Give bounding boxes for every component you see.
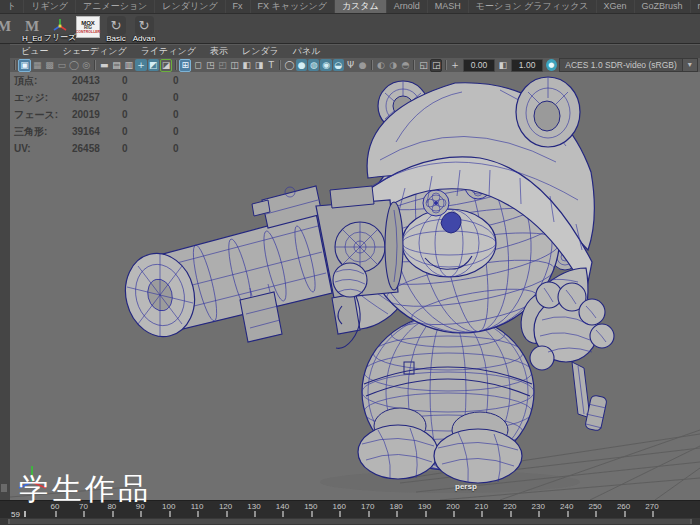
- gate-mask-icon[interactable]: ◎: [81, 59, 92, 71]
- timeline-frame-260[interactable]: 260: [610, 502, 638, 511]
- material-display-icon[interactable]: ◒: [333, 59, 344, 71]
- default-material-icon[interactable]: Ψ: [345, 59, 356, 71]
- textured-display-icon[interactable]: ◍: [308, 59, 319, 71]
- layout-four-panes-icon[interactable]: ⊞: [179, 59, 191, 72]
- gamma-field[interactable]: 1.00: [511, 59, 543, 72]
- tab-animation[interactable]: アニメーション: [76, 0, 155, 13]
- camera-attributes-icon[interactable]: ▬: [99, 59, 110, 71]
- hud-row-uvs-label: UV:: [14, 140, 72, 157]
- resolution-gate-icon[interactable]: ◯: [68, 59, 79, 71]
- current-frame-marker[interactable]: [24, 511, 26, 517]
- film-gate-icon[interactable]: ▭: [56, 59, 67, 71]
- tab-xgen[interactable]: XGen: [597, 0, 635, 13]
- tab-motion-graphics[interactable]: モーション グラフィックス: [469, 0, 597, 13]
- timeline-frame-190[interactable]: 190: [411, 502, 439, 511]
- tab-arnold[interactable]: Arnold: [387, 0, 428, 13]
- menu-view[interactable]: ビュー: [14, 45, 55, 58]
- menu-renderer[interactable]: レンダラ: [235, 45, 286, 58]
- chevron-down-icon[interactable]: ▾: [682, 59, 697, 71]
- hud-row-faces: フェース:2001900: [14, 106, 218, 123]
- camera-bookmarks-icon[interactable]: ▤: [111, 59, 122, 71]
- timeline-frame-270[interactable]: 270: [638, 502, 666, 511]
- layout-outliner-icon[interactable]: ◨: [253, 59, 264, 71]
- timeline-tick: [339, 511, 341, 517]
- shelf-item-mox-rig[interactable]: MOXRIGCONTROLLER: [75, 15, 101, 43]
- shelf-item-maya-partial[interactable]: M: [0, 15, 17, 43]
- exposure-field[interactable]: 0.00: [463, 59, 495, 72]
- layout-text-icon[interactable]: T: [266, 59, 277, 71]
- shading-options-icon[interactable]: ▦: [32, 59, 43, 71]
- range-slider[interactable]: [0, 518, 700, 525]
- color-management-icon[interactable]: ●: [546, 59, 557, 71]
- lighting-icon[interactable]: ◐: [375, 59, 386, 71]
- bear-ear-right: [516, 77, 580, 147]
- shaded-display-icon[interactable]: ●: [296, 59, 307, 71]
- isolate-select-icon[interactable]: ◪: [160, 59, 172, 72]
- wireframe-display-icon[interactable]: ◯: [284, 59, 295, 71]
- timeline-tick: [226, 511, 228, 517]
- shelf-item-freeze[interactable]: フリーズ: [47, 15, 73, 43]
- gamma-icon[interactable]: ◧: [497, 59, 508, 71]
- tab-fx[interactable]: Fx: [226, 0, 251, 13]
- layout-hypershade-icon[interactable]: ◰: [217, 59, 228, 71]
- layout-split-icon[interactable]: ◧: [241, 59, 252, 71]
- bear-eye-left: [423, 190, 449, 216]
- menu-shading[interactable]: シェーディング: [55, 45, 133, 58]
- shadows-icon[interactable]: ◑: [388, 59, 399, 71]
- xray-joints-icon[interactable]: ◩: [148, 59, 159, 71]
- wireframe-on-shaded-icon[interactable]: ◉: [320, 59, 331, 71]
- snapshot-icon[interactable]: ◱: [418, 59, 429, 71]
- timeline-frame-130[interactable]: 130: [240, 502, 268, 511]
- range-slider-bar[interactable]: [8, 519, 692, 524]
- ambient-occlusion-icon[interactable]: ◓: [400, 59, 411, 71]
- timeline-frame-110[interactable]: 110: [183, 502, 211, 511]
- select-camera-icon[interactable]: ▣: [18, 59, 30, 72]
- layout-pane-inset-icon[interactable]: ◳: [205, 59, 216, 71]
- timeline-tick: [538, 511, 540, 517]
- timeline-frame-240[interactable]: 240: [553, 502, 581, 511]
- menu-show[interactable]: 表示: [203, 45, 235, 58]
- timeline-frame-230[interactable]: 230: [524, 502, 552, 511]
- timeline-frame-120[interactable]: 120: [212, 502, 240, 511]
- tab-rendering[interactable]: レンダリング: [155, 0, 225, 13]
- timeline-frame-180[interactable]: 180: [382, 502, 410, 511]
- tab-gozbrush[interactable]: GoZBrush: [635, 0, 691, 13]
- timeline-tick: [652, 511, 654, 517]
- tab-partial[interactable]: ト: [0, 0, 24, 13]
- tab-ngskintools[interactable]: ngSkinTools2: [691, 0, 700, 13]
- timeline-frame-140[interactable]: 140: [268, 502, 296, 511]
- timeline-frame-210[interactable]: 210: [467, 502, 495, 511]
- menu-lighting[interactable]: ライティング: [134, 45, 203, 58]
- tab-mash[interactable]: MASH: [428, 0, 469, 13]
- shelf-item-freeze-label: フリーズ: [44, 32, 77, 43]
- tab-custom[interactable]: カスタム: [335, 0, 387, 13]
- timeline-frame-250[interactable]: 250: [581, 502, 609, 511]
- layout-single-pane-icon[interactable]: ◻: [192, 59, 203, 71]
- grid-toggle-icon[interactable]: ▩: [44, 59, 55, 71]
- hud-row-vertices-other: 0: [173, 72, 218, 89]
- layout-quad-icon[interactable]: ◫: [229, 59, 240, 71]
- timeline-frame-170[interactable]: 170: [354, 502, 382, 511]
- timeline-frame-100[interactable]: 100: [155, 502, 183, 511]
- tab-rigging[interactable]: リギング: [24, 0, 76, 13]
- timeline-tick: [368, 511, 370, 517]
- shelf-item-advan[interactable]: ↻Advan: [131, 15, 157, 43]
- viewport[interactable]: 頂点:2041300エッジ:4025700フェース:2001900三角形:391…: [10, 72, 700, 500]
- render-view-icon[interactable]: ◲: [430, 59, 442, 72]
- two-d-pan-zoom-icon[interactable]: +: [135, 59, 146, 71]
- image-plane-icon[interactable]: ▥: [123, 59, 134, 71]
- timeline-frame-150[interactable]: 150: [297, 502, 325, 511]
- timeline-frame-200[interactable]: 200: [439, 502, 467, 511]
- exposure-icon[interactable]: +: [449, 59, 460, 71]
- timeline-frame-160[interactable]: 160: [325, 502, 353, 511]
- shelf-item-basic[interactable]: ↻Basic: [103, 15, 129, 43]
- timeline-tick: [55, 511, 57, 517]
- smooth-shade-icon[interactable]: ●: [357, 59, 368, 71]
- tab-fx-caching[interactable]: FX キャッシング: [251, 0, 335, 13]
- timeline-frame-220[interactable]: 220: [496, 502, 524, 511]
- viewport-toolbar: ▣▦▩▭◯◎▬▤▥+◩◪⊞◻◳◰◫◧◨T◯●◍◉◒Ψ●◐◑◓◱◲+0.00◧1.…: [10, 58, 700, 73]
- shelf-item-h-ed[interactable]: MH_Ed: [19, 15, 45, 43]
- timeline-tick: [595, 511, 597, 517]
- colorspace-dropdown[interactable]: ACES 1.0 SDR-video (sRGB)▾: [559, 58, 698, 72]
- menu-panels[interactable]: パネル: [286, 45, 328, 58]
